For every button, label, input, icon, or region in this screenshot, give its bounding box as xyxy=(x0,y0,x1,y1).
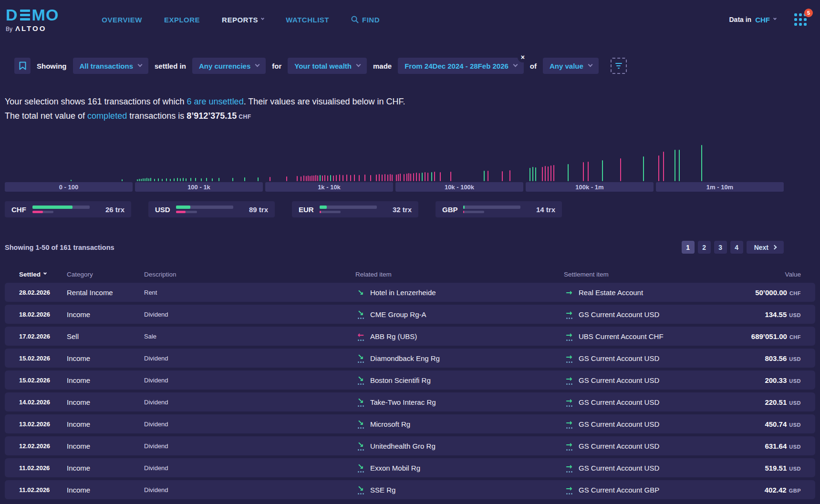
summary-line-1: Your selection shows 161 transactions of… xyxy=(5,94,820,109)
arrow-glyph: → xyxy=(566,289,572,296)
bookmark-button[interactable] xyxy=(14,58,31,74)
date-range-dropdown[interactable]: From 24Dec 2024 - 28Feb 2026 × xyxy=(398,58,524,74)
completed-link[interactable]: completed xyxy=(87,111,127,121)
cell-related-item: ↘Unitedhealth Gro Rg xyxy=(355,441,564,451)
value-amount: 803.56 xyxy=(765,354,787,362)
clear-date-filter-button[interactable]: × xyxy=(518,52,528,62)
green-progress-track xyxy=(32,206,90,209)
histogram-bar xyxy=(150,178,151,181)
histogram-bar xyxy=(270,177,270,181)
pink-progress-fill xyxy=(463,211,464,213)
histogram-bar xyxy=(143,178,144,181)
arrow-glyph: ↘ xyxy=(357,309,363,317)
histogram-bar xyxy=(206,178,207,181)
histogram-bar xyxy=(643,156,644,181)
currencies-dropdown[interactable]: Any currencies xyxy=(192,58,266,74)
table-row[interactable]: 15.02.2026IncomeDividend↘Diamondback Eng… xyxy=(5,349,815,368)
nav-item-overview[interactable]: OVERVIEW xyxy=(102,16,142,24)
currency-card-eur: EUR32 trx xyxy=(292,201,418,217)
cell-related-item: ↘Exxon Mobil Rg xyxy=(355,463,564,473)
histogram-bar xyxy=(602,160,603,181)
cell-settlement-item: →GS Current Account USD xyxy=(564,441,765,451)
currency-code: CHF xyxy=(11,206,32,214)
table-row[interactable]: 14.02.2026IncomeDividend↘Take-Two Intera… xyxy=(5,392,815,411)
column-header-description: Description xyxy=(144,271,355,278)
cell-value: 450.74USD xyxy=(765,420,801,428)
histogram-bar xyxy=(212,178,213,181)
histogram-range-label: 10k - 100k xyxy=(395,182,523,192)
data-in-currency-dropdown[interactable]: Data in CHF xyxy=(729,16,776,24)
nav-item-watchlist[interactable]: WATCHLIST xyxy=(286,16,329,24)
histogram-bar xyxy=(370,175,371,181)
nav-item-reports[interactable]: REPORTS xyxy=(222,16,264,24)
histogram-range-label: 1m - 10m xyxy=(656,182,784,192)
arrow-down-right-icon: ↘ xyxy=(355,309,366,319)
transactions-dropdown[interactable]: All transactions xyxy=(73,58,149,74)
table-row[interactable]: 17.02.2026SellSale←ABB Rg (UBS)→UBS Curr… xyxy=(5,327,815,346)
cell-category: Income xyxy=(67,376,144,384)
filter-funnel-button[interactable] xyxy=(611,58,627,74)
page-button-1[interactable]: 1 xyxy=(682,241,695,254)
byline-prefix: By xyxy=(6,26,12,32)
histogram-bar xyxy=(416,173,417,181)
logo[interactable]: DMO By ΛLTOO xyxy=(6,7,59,32)
arrow-right-icon: → xyxy=(564,463,574,473)
table-row[interactable]: 11.02.2026IncomeDividend↘SSE Rg→GS Curre… xyxy=(5,480,815,499)
cell-settled-date: 13.02.2026 xyxy=(19,421,67,428)
column-header-settled[interactable]: Settled xyxy=(19,271,67,278)
nav-item-find[interactable]: FIND xyxy=(351,16,380,24)
related-item-label: Boston Scientifi Rg xyxy=(370,376,431,384)
arrow-right-icon: → xyxy=(564,375,574,385)
arrow-glyph: ↘ xyxy=(357,485,363,492)
chevron-down-icon xyxy=(356,62,361,67)
pending-dots-icon xyxy=(566,405,572,407)
page-button-2[interactable]: 2 xyxy=(698,241,711,254)
table-row[interactable]: 12.02.2026IncomeDividend↘Unitedhealth Gr… xyxy=(5,436,815,455)
currency-bars xyxy=(32,206,90,213)
page-button-3[interactable]: 3 xyxy=(714,241,727,254)
chevron-down-icon xyxy=(773,17,777,20)
value-dropdown[interactable]: Any value xyxy=(543,58,599,74)
settlement-item-label: GS Current Account USD xyxy=(579,376,659,384)
table-row[interactable]: 18.02.2026IncomeDividend↘CME Group Rg-A→… xyxy=(5,305,815,324)
histogram-bar xyxy=(408,173,409,181)
pending-dots-icon xyxy=(566,471,572,473)
table-row[interactable]: 28.02.2026Rental IncomeRent↘Hotel in Len… xyxy=(5,283,815,302)
histogram-bar xyxy=(422,173,423,181)
logo-byline: By ΛLTOO xyxy=(6,24,59,32)
table-row[interactable]: 15.02.2026IncomeDividend↘Boston Scientif… xyxy=(5,370,815,390)
histogram-bar xyxy=(186,178,187,181)
value-amount: 631.64 xyxy=(765,442,787,450)
histogram-bar xyxy=(174,178,175,181)
histogram-bar xyxy=(303,175,304,181)
cell-settlement-item: →GS Current Account USD xyxy=(564,375,765,385)
filter-icon xyxy=(615,63,622,64)
histogram-bar xyxy=(350,175,351,181)
value-currency: GBP xyxy=(789,488,801,494)
table-row[interactable]: 13.02.2026IncomeDividend↘Microsoft Rg→GS… xyxy=(5,414,815,433)
cell-related-item: ↘Take-Two Interac Rg xyxy=(355,397,564,407)
cell-category: Income xyxy=(67,486,144,494)
for-label: for xyxy=(272,62,281,70)
next-page-button[interactable]: Next xyxy=(747,241,784,254)
unsettled-link[interactable]: 6 are unsettled xyxy=(187,97,244,106)
apps-grid-button[interactable]: 5 xyxy=(794,13,807,26)
value-amount: 689’051.00 xyxy=(751,332,787,340)
histogram-bar xyxy=(663,152,664,181)
currency-stats-row: CHF26 trxUSD89 trxEUR32 trxGBP14 trx xyxy=(5,201,820,217)
pending-dots-icon xyxy=(358,361,364,363)
histogram-bar xyxy=(588,162,589,181)
histogram-bar xyxy=(146,178,147,181)
green-progress-fill xyxy=(320,206,327,209)
histogram-bar xyxy=(400,174,401,181)
made-label: made xyxy=(373,62,392,70)
histogram-bar xyxy=(177,178,178,181)
wealth-dropdown[interactable]: Your total wealth xyxy=(288,58,367,74)
table-row[interactable]: 11.02.2026IncomeDividend↘Exxon Mobil Rg→… xyxy=(5,458,815,477)
page-button-4[interactable]: 4 xyxy=(730,241,743,254)
nav-item-explore[interactable]: EXPLORE xyxy=(164,16,200,24)
value-currency: USD xyxy=(789,466,801,472)
arrow-glyph: → xyxy=(566,419,572,426)
nav-item-label: OVERVIEW xyxy=(102,16,142,24)
green-progress-fill xyxy=(32,206,73,209)
